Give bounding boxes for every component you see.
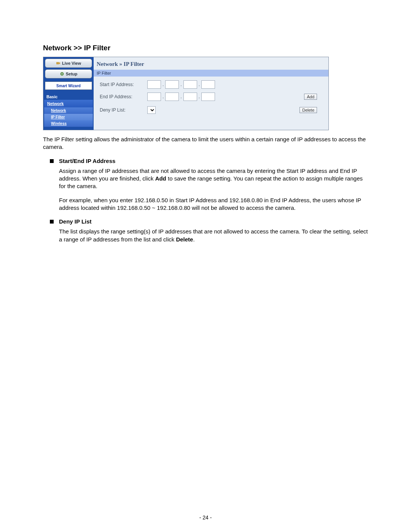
- end-ip-octet-2[interactable]: [165, 93, 179, 101]
- svg-point-3: [61, 73, 62, 74]
- start-ip-octet-2[interactable]: [165, 80, 179, 89]
- p1a-bold: Add: [155, 175, 166, 182]
- para-start-end-1: Assign a range of IP addresses that are …: [59, 167, 368, 190]
- sidebar-item-network[interactable]: Network: [44, 100, 93, 107]
- smart-wizard-label: Smart Wizard: [56, 84, 81, 88]
- svg-rect-0: [56, 62, 59, 64]
- content-panel: Network » IP Filter IP Filter Start IP A…: [94, 57, 328, 130]
- square-bullet-icon: [50, 220, 54, 224]
- dot-separator: .: [199, 94, 200, 99]
- end-ip-octet-3[interactable]: [183, 93, 197, 101]
- sidebar-section-basic: Basic: [43, 91, 94, 100]
- page-number: - 24 -: [0, 514, 411, 521]
- live-view-label: Live View: [62, 61, 81, 66]
- end-ip-octet-1[interactable]: [147, 93, 161, 101]
- p2-pre: The list displays the range setting(s) o…: [59, 228, 368, 242]
- dot-separator: .: [180, 94, 182, 99]
- camera-icon: [56, 61, 61, 66]
- ui-screenshot: Live View Setup Smart Wizard Basic Netwo…: [43, 57, 329, 130]
- start-ip-octets: . . .: [147, 80, 215, 89]
- row-end-ip: End IP Address: . . . Add: [100, 93, 325, 101]
- sidebar-sub-ipfilter[interactable]: IP Filter: [44, 114, 93, 120]
- page-title: Network >> IP Filter: [43, 44, 368, 52]
- heading-start-end: Start/End IP Address: [59, 157, 115, 165]
- gear-icon: [60, 72, 64, 76]
- delete-button[interactable]: Delete: [299, 107, 317, 113]
- dot-separator: .: [180, 82, 182, 87]
- breadcrumb: Network » IP Filter: [94, 61, 328, 70]
- ip-filter-form: Start IP Address: . . . End IP Address:: [94, 77, 328, 114]
- heading-deny-list: Deny IP List: [59, 218, 92, 225]
- end-ip-octet-4[interactable]: [201, 93, 215, 101]
- body-text: The IP Filter setting allows the adminis…: [43, 136, 368, 243]
- bullet-deny-list: Deny IP List: [43, 218, 368, 225]
- p2-bold: Delete: [176, 236, 193, 243]
- setup-button[interactable]: Setup: [45, 69, 92, 78]
- label-deny-list: Deny IP List:: [100, 107, 147, 113]
- dot-separator: .: [162, 94, 164, 99]
- row-deny-list: Deny IP List: Delete: [100, 106, 325, 114]
- dot-separator: .: [199, 82, 200, 87]
- p2-post: .: [193, 236, 194, 243]
- start-ip-octet-4[interactable]: [201, 80, 215, 89]
- start-ip-octet-1[interactable]: [147, 80, 161, 89]
- end-ip-octets: . . .: [147, 93, 215, 101]
- svg-marker-1: [59, 62, 60, 64]
- para-start-end-2: For example, when you enter 192.168.0.50…: [59, 197, 368, 212]
- dot-separator: .: [162, 82, 164, 87]
- label-start-ip: Start IP Address:: [100, 82, 147, 87]
- square-bullet-icon: [50, 159, 54, 163]
- start-ip-octet-3[interactable]: [183, 80, 197, 89]
- sidebar: Live View Setup Smart Wizard Basic Netwo…: [43, 57, 94, 130]
- section-header-ipfilter: IP Filter: [94, 70, 328, 77]
- sidebar-sub-network[interactable]: Network: [44, 107, 93, 114]
- live-view-button[interactable]: Live View: [45, 59, 92, 68]
- para-deny-list: The list displays the range setting(s) o…: [59, 228, 368, 243]
- sidebar-sub-wireless[interactable]: Wireless: [44, 120, 93, 127]
- add-button[interactable]: Add: [304, 94, 317, 100]
- label-end-ip: End IP Address:: [100, 94, 147, 99]
- intro-paragraph: The IP Filter setting allows the adminis…: [43, 136, 368, 151]
- setup-label: Setup: [66, 72, 78, 76]
- deny-ip-select[interactable]: [147, 106, 156, 114]
- row-start-ip: Start IP Address: . . .: [100, 80, 325, 89]
- bullet-start-end: Start/End IP Address: [43, 157, 368, 165]
- smart-wizard-button[interactable]: Smart Wizard: [45, 81, 92, 90]
